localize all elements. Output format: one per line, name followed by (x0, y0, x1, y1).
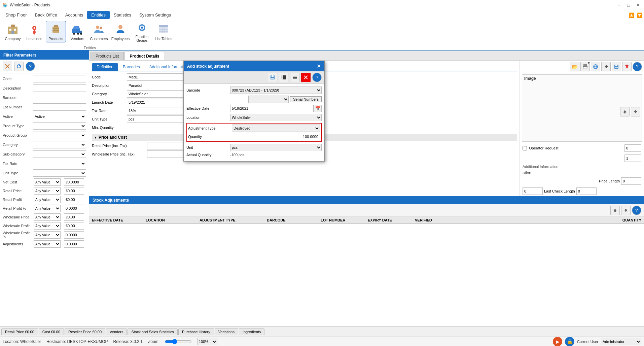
filter-net-cost-operator[interactable]: Any Value (34, 178, 61, 186)
filter-retail-profit-pct-operator[interactable]: Any Value (34, 205, 61, 212)
maximize-button[interactable]: □ (625, 2, 632, 8)
price-length-input[interactable] (621, 177, 641, 185)
print-button[interactable]: ▼ (580, 62, 590, 71)
modal-unit-select[interactable]: pcs (230, 144, 322, 151)
menu-entities[interactable]: Entities (87, 11, 110, 19)
image-down-button[interactable] (631, 107, 640, 116)
filter-retail-profit-pct-value[interactable] (64, 205, 84, 212)
menu-back-office[interactable]: Back Office (31, 11, 61, 19)
filter-retail-price-operator[interactable]: Any Value (34, 187, 61, 195)
filter-wholesale-profit-operator[interactable]: Any Value (34, 222, 61, 230)
stock-remove-button[interactable] (621, 206, 631, 215)
modal-location-select[interactable]: WholeSaler (230, 114, 322, 121)
filter-refresh-button[interactable] (14, 62, 24, 71)
minimize-button[interactable]: − (616, 2, 622, 8)
filter-retail-profit-operator[interactable]: Any Value (34, 196, 61, 203)
filter-product-group-select[interactable] (33, 132, 86, 139)
modal-save-btn[interactable] (268, 73, 277, 82)
bottom-tab-variations[interactable]: Variations (215, 328, 238, 335)
menu-shop-floor[interactable]: Shop Floor (1, 11, 31, 19)
filter-retail-profit-value[interactable] (64, 196, 84, 203)
image-up-button[interactable] (620, 107, 630, 116)
menu-statistics[interactable]: Statistics (110, 11, 135, 19)
filter-product-type-select[interactable] (33, 122, 86, 130)
filter-retail-price-value[interactable] (64, 187, 84, 195)
filter-net-cost-value[interactable] (64, 178, 84, 186)
filter-active-select[interactable]: Active Inactive (33, 113, 86, 120)
filter-wholesale-price-operator[interactable]: Any Value (34, 213, 61, 221)
modal-barcode-btn[interactable] (279, 73, 288, 82)
modal-effective-date-input[interactable] (230, 105, 314, 112)
operator-request-value[interactable] (624, 144, 641, 152)
toolbar-vendors[interactable]: Vendors (67, 21, 87, 42)
def-tab-barcodes[interactable]: Barcodes (118, 63, 145, 71)
filter-wholesale-profit-pct-operator[interactable]: Any Value (34, 231, 61, 239)
modal-date-picker-btn[interactable]: 📅 (314, 105, 322, 112)
zoom-select[interactable]: 100% 75% 125% (197, 338, 217, 345)
bottom-tab-purchase-history[interactable]: Purchase History (178, 328, 214, 335)
val2-input[interactable] (624, 154, 641, 162)
def-tab-definition[interactable]: Definition (92, 63, 118, 71)
modal-serial-select[interactable] (248, 96, 289, 103)
filter-tax-rate-select[interactable] (33, 160, 86, 167)
status-lock-icon[interactable]: 🔒 (565, 337, 574, 346)
filter-code-input[interactable] (33, 75, 86, 82)
svg-rect-42 (615, 67, 618, 68)
menu-system-settings[interactable]: System Settings (135, 11, 175, 19)
toolbar-company[interactable]: Company (3, 21, 23, 42)
filter-adjustments-value[interactable] (64, 240, 84, 248)
toolbar-customers[interactable]: Customers (89, 21, 109, 42)
bottom-tab-cost[interactable]: Cost €0.00 (39, 328, 64, 335)
serial-numbers-button[interactable]: Serial Numbers (290, 96, 322, 102)
collapse-icon[interactable]: 🔼 (628, 12, 635, 19)
toolbar-function-groups[interactable]: Function Groups (132, 20, 152, 44)
bottom-tab-stock-sales-stats[interactable]: Stock and Sales Statistics (128, 328, 178, 335)
toolbar-locations[interactable]: Locations (24, 21, 44, 42)
toolbar-products[interactable]: Products (46, 21, 66, 42)
last-check-left-input[interactable] (523, 187, 543, 195)
toolbar-employees[interactable]: Employees (110, 21, 131, 42)
filter-clear-button[interactable] (3, 62, 12, 71)
filter-wholesale-profit-pct-value[interactable] (64, 231, 84, 239)
bottom-tab-reseller-price[interactable]: Reseller Price €0.00 (65, 328, 105, 335)
modal-quantity-input[interactable] (232, 133, 320, 140)
modal-help-btn[interactable]: ? (312, 73, 322, 82)
filter-lot-number-input[interactable] (33, 103, 86, 111)
filter-description-input[interactable] (33, 84, 86, 92)
filter-sub-category-select[interactable] (33, 150, 86, 158)
filter-barcode-input[interactable] (33, 94, 86, 101)
username-select[interactable]: Administrator (601, 338, 641, 345)
bottom-tab-vendors[interactable]: Vendors (106, 328, 127, 335)
bottom-tab-retail-price[interactable]: Retail Price €0.00 (1, 328, 38, 335)
modal-close-x[interactable]: ✕ (317, 63, 321, 69)
tab-product-details[interactable]: Product Details (124, 52, 164, 60)
close-button[interactable]: ✕ (635, 2, 641, 8)
filter-wholesale-profit-value[interactable] (64, 222, 84, 230)
globe-button[interactable] (591, 62, 600, 71)
stock-add-button[interactable] (610, 206, 620, 215)
status-icon1[interactable]: ▶ (553, 337, 562, 346)
folder-open-button[interactable]: 📂 (570, 62, 579, 71)
filter-category-select[interactable] (33, 141, 86, 148)
last-check-length-input[interactable] (576, 187, 597, 195)
modal-adjustment-type-select[interactable]: Destroyed (232, 125, 320, 132)
save-button[interactable] (612, 62, 621, 71)
modal-barcode-select[interactable]: 000723 (ABC123 - 1/1/2029) (230, 86, 322, 94)
modal-list-btn[interactable] (290, 73, 299, 82)
filter-help-button[interactable]: ? (26, 62, 35, 71)
stock-help-button[interactable]: ? (632, 206, 641, 215)
modal-close-btn[interactable] (301, 73, 311, 82)
bottom-tab-ingredients[interactable]: Ingredients (239, 328, 264, 335)
filter-adjustments-operator[interactable]: Any Value (34, 240, 61, 248)
filter-wholesale-price-value[interactable] (64, 213, 84, 221)
menu-accounts[interactable]: Accounts (61, 11, 87, 19)
delete-button[interactable] (622, 62, 632, 71)
tab-products-list[interactable]: Products List (91, 52, 124, 60)
expand-icon[interactable]: 🔽 (636, 12, 643, 19)
arrow-left-button[interactable] (601, 62, 611, 71)
help-button[interactable]: ? (633, 62, 642, 71)
operator-request-checkbox[interactable] (523, 146, 527, 150)
filter-unit-type-select[interactable] (33, 169, 86, 177)
toolbar-list-tables[interactable]: List Tables (153, 21, 174, 42)
zoom-slider[interactable] (165, 339, 192, 344)
